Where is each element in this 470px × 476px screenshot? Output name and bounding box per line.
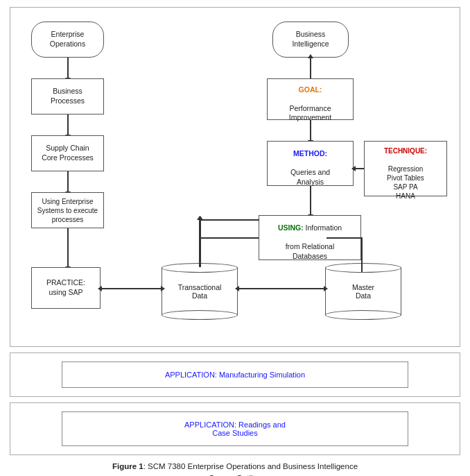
method-node: METHOD: Queries andAnalysis: [267, 141, 354, 186]
app2-label: APPLICATION: Readings and Case Studies: [184, 420, 286, 437]
arrow-h-trans-using: [200, 219, 259, 221]
arrow-method-using: [310, 186, 311, 215]
supply-chain-label: Supply Chain Core Processes: [42, 144, 94, 162]
enterprise-ops-label: Enterprise Operations: [50, 30, 85, 49]
diagram-container: Enterprise Operations Business Processes…: [10, 7, 460, 476]
using-enterprise-label: Using Enterprise Systems to execute proc…: [37, 197, 98, 224]
using-enterprise-node: Using Enterprise Systems to execute proc…: [31, 192, 104, 228]
app2-box: APPLICATION: Readings and Case Studies: [10, 402, 460, 455]
figure-caption: Figure 1: SCM 7380 Enterprise Operations…: [10, 461, 460, 476]
conn-using-master-h: [327, 237, 363, 239]
practice-node: PRACTICE: using SAP: [31, 267, 101, 309]
transactional-label: Transactional Data: [178, 283, 222, 300]
arrow-practice-transactional: [101, 288, 162, 289]
business-intelligence-node: Business Intelligence: [272, 22, 349, 58]
business-processes-node: Business Processes: [31, 78, 104, 114]
app1-box: APPLICATION: Manufacturing Simulation: [10, 352, 460, 397]
technique-node: TECHNIQUE: RegressionPivot TablesSAP PAH…: [364, 141, 447, 196]
practice-label: PRACTICE: using SAP: [46, 278, 85, 297]
caption-bold: Figure 1: [112, 462, 143, 470]
supply-chain-node: Supply Chain Core Processes: [31, 135, 104, 171]
technique-label: TECHNIQUE: RegressionPivot TablesSAP PAH…: [384, 137, 427, 201]
goal-node: GOAL: PerformanceImprovement: [267, 78, 354, 120]
app2-inner: APPLICATION: Readings and Case Studies: [62, 411, 408, 446]
arrow-transactional-master: [238, 288, 324, 289]
arrow-goal-method: [310, 120, 311, 141]
caption-text: : SCM 7380 Enterprise Operations and Bus…: [143, 462, 358, 476]
arrow-eo-bp: [67, 58, 69, 78]
business-intelligence-label: Business Intelligence: [292, 30, 329, 49]
master-data-node: Master Data: [325, 267, 401, 316]
connector-using-trans-h: [200, 237, 259, 239]
connector-using-trans-v: [200, 219, 201, 267]
goal-label: GOAL: PerformanceImprovement: [289, 76, 331, 123]
conn-master-v2: [361, 237, 363, 272]
method-label: METHOD: Queries andAnalysis: [290, 139, 330, 187]
app1-label: APPLICATION: Manufacturing Simulation: [165, 371, 305, 379]
flowchart: Enterprise Operations Business Processes…: [10, 7, 460, 347]
master-data-label: Master Data: [352, 283, 374, 300]
arrow-bp-sc: [67, 114, 69, 135]
enterprise-ops-node: Enterprise Operations: [31, 22, 104, 58]
app1-inner: APPLICATION: Manufacturing Simulation: [62, 362, 408, 388]
transactional-data-node: Transactional Data: [162, 267, 238, 316]
business-processes-label: Business Processes: [51, 87, 85, 105]
arrow-tech-method: [355, 168, 364, 169]
arrow-ue-pr: [67, 228, 69, 267]
arrow-sc-ue: [67, 171, 69, 192]
